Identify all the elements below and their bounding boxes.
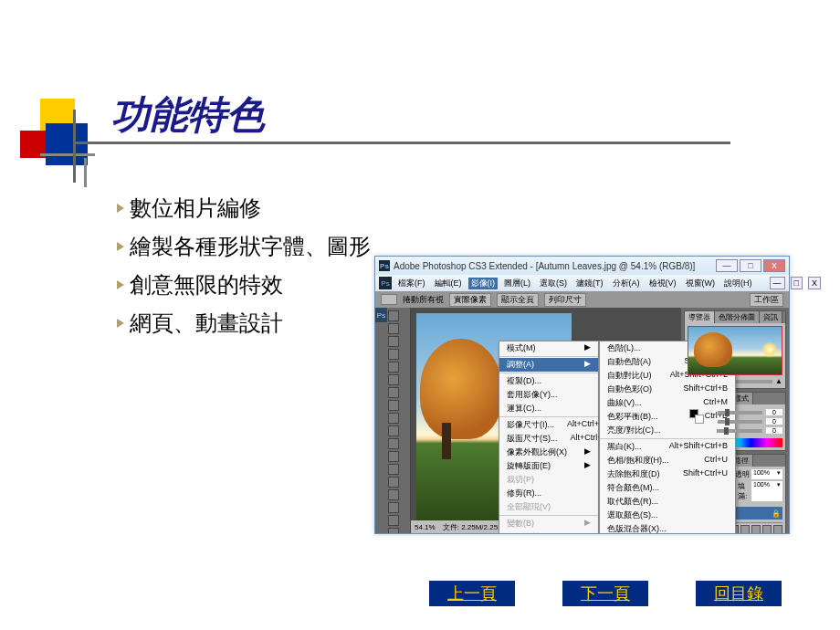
- slice-tool[interactable]: [388, 374, 399, 385]
- move-tool[interactable]: [388, 310, 399, 321]
- doc-minimize-button[interactable]: —: [770, 277, 785, 289]
- r-value[interactable]: 0: [766, 409, 782, 415]
- group-icon[interactable]: [751, 525, 761, 533]
- opacity-select[interactable]: 100%▾: [751, 469, 782, 479]
- slide-title: 功能特色: [111, 89, 265, 141]
- wand-tool[interactable]: [388, 349, 399, 360]
- menu-item[interactable]: 修剪(R)...: [499, 487, 598, 500]
- menu-window[interactable]: 視窗(W): [683, 278, 719, 289]
- menu-item[interactable]: 影像尺寸(I)...Alt+Ctrl+I: [499, 418, 598, 432]
- menu-image[interactable]: 影像(I): [468, 278, 499, 289]
- menu-item[interactable]: 像素外觀比例(X)▶: [499, 446, 598, 459]
- stamp-tool[interactable]: [388, 413, 399, 424]
- menu-item[interactable]: 黑白(K)...Alt+Shift+Ctrl+B: [600, 440, 735, 454]
- menu-item[interactable]: 選取顏色(S)...: [600, 509, 735, 522]
- menu-item[interactable]: 色相/飽和度(H)...Ctrl+U: [600, 454, 735, 467]
- menu-item[interactable]: 曲線(V)...Ctrl+M: [600, 396, 735, 410]
- doc-maximize-button[interactable]: □: [791, 277, 803, 289]
- decor-line: [73, 110, 76, 183]
- decor-line: [40, 153, 95, 156]
- brush-tool[interactable]: [388, 400, 399, 411]
- menu-layer[interactable]: 圖層(L): [501, 278, 533, 289]
- path-tool[interactable]: [388, 515, 399, 526]
- fit-screen-button[interactable]: 顯示全頁: [497, 293, 539, 307]
- menu-item[interactable]: 去除飽和度(D)Shift+Ctrl+U: [600, 467, 735, 481]
- zoom-level[interactable]: 54.1%: [415, 523, 436, 531]
- workspace-button[interactable]: 工作區: [750, 293, 783, 307]
- menu-item[interactable]: 套用影像(Y)...: [499, 388, 598, 402]
- menu-item[interactable]: 自動色彩(O)Shift+Ctrl+B: [600, 383, 735, 396]
- doc-close-button[interactable]: X: [808, 277, 821, 289]
- menu-help[interactable]: 說明(H): [721, 278, 755, 289]
- decor-line: [73, 142, 730, 144]
- blur-tool[interactable]: [388, 464, 399, 475]
- app-icon: Ps: [379, 277, 392, 289]
- menu-item[interactable]: 複製(D)...: [499, 374, 598, 388]
- close-button[interactable]: X: [763, 259, 785, 272]
- color-swatch-panel[interactable]: [689, 409, 704, 424]
- fill-select[interactable]: 100%▾: [751, 481, 782, 501]
- menu-item[interactable]: 版面尺寸(S)...Alt+Ctrl+C: [499, 432, 598, 446]
- menu-item[interactable]: 色彩平衡(B)...Ctrl+B: [600, 410, 735, 424]
- maximize-button[interactable]: □: [740, 259, 761, 272]
- new-layer-icon[interactable]: [762, 525, 772, 533]
- menu-edit[interactable]: 編輯(E): [432, 278, 465, 289]
- menu-select[interactable]: 選取(S): [537, 278, 570, 289]
- navigator-thumbnail[interactable]: [688, 326, 782, 375]
- window-title: Adobe Photoshop CS3 Extended - [Autumn L…: [394, 261, 714, 271]
- bullet-item: 數位相片編修: [117, 194, 371, 223]
- prev-button[interactable]: 上一頁: [429, 581, 515, 606]
- menu-item[interactable]: 亮度/對比(C)...: [600, 424, 735, 437]
- tab-navigator[interactable]: 導覽器: [685, 311, 715, 323]
- menu-item[interactable]: 調整(A)▶: [499, 358, 598, 372]
- index-button[interactable]: 回目錄: [696, 581, 782, 606]
- delete-layer-icon[interactable]: [773, 525, 782, 533]
- tool-preset-icon[interactable]: [381, 294, 397, 305]
- app-tab[interactable]: Ps: [375, 308, 387, 322]
- g-slider[interactable]: [718, 420, 762, 424]
- bullet-item: 創意無限的特效: [117, 270, 371, 299]
- actual-pixels-button[interactable]: 實際像素: [449, 293, 491, 307]
- menu-item[interactable]: 運算(C)...: [499, 402, 598, 415]
- tab-histogram[interactable]: 色階分佈圖: [715, 311, 760, 323]
- menu-item[interactable]: 色版混合器(X)...: [600, 522, 735, 533]
- marquee-tool[interactable]: [388, 323, 399, 334]
- menu-item[interactable]: 符合顏色(M)...: [600, 481, 735, 495]
- menu-item[interactable]: 旋轉版面(E)▶: [499, 459, 598, 473]
- bullet-text: 創意無限的特效: [130, 270, 283, 299]
- menu-file[interactable]: 檔案(F): [395, 278, 428, 289]
- b-slider[interactable]: [717, 429, 762, 433]
- bullet-item: 繪製各種形狀字體、圖形: [117, 232, 371, 261]
- decor-blue: [46, 123, 88, 165]
- canvas-area: 54.1% 文件: 2.25M/2.25M ▶ 模式(M)▶調整(A)▶複製(D…: [411, 308, 681, 533]
- menu-item[interactable]: 模式(M)▶: [499, 341, 598, 355]
- history-brush-tool[interactable]: [388, 425, 399, 436]
- menu-filter[interactable]: 濾鏡(T): [573, 278, 606, 289]
- tab-info[interactable]: 資訊: [760, 311, 782, 323]
- g-value[interactable]: 0: [766, 418, 782, 425]
- menu-item[interactable]: 取代顏色(R)...: [600, 495, 735, 509]
- tools-panel: [387, 308, 411, 533]
- eraser-tool[interactable]: [388, 438, 399, 449]
- adjustment-layer-icon[interactable]: [740, 525, 750, 533]
- zoom-in-icon[interactable]: ▲: [775, 377, 782, 385]
- titlebar: Ps Adobe Photoshop CS3 Extended - [Autum…: [375, 257, 789, 275]
- lasso-tool[interactable]: [388, 336, 399, 347]
- shape-tool[interactable]: [388, 528, 399, 533]
- tab-rail: Ps: [375, 308, 387, 533]
- gradient-tool[interactable]: [388, 451, 399, 462]
- dodge-tool[interactable]: [388, 477, 399, 488]
- menu-analysis[interactable]: 分析(A): [610, 278, 643, 289]
- pen-tool[interactable]: [388, 489, 399, 500]
- r-slider[interactable]: [718, 411, 762, 415]
- print-size-button[interactable]: 列印尺寸: [544, 293, 586, 307]
- doc-size: 文件: 2.25M/2.25M: [443, 522, 504, 532]
- crop-tool[interactable]: [388, 362, 399, 373]
- bullet-item: 網頁、動畫設計: [117, 309, 371, 338]
- next-button[interactable]: 下一頁: [562, 581, 648, 606]
- type-tool[interactable]: [388, 502, 399, 513]
- b-value[interactable]: 0: [766, 427, 782, 434]
- menu-view[interactable]: 檢視(V): [646, 278, 679, 289]
- minimize-button[interactable]: —: [716, 259, 738, 272]
- heal-tool[interactable]: [388, 387, 399, 398]
